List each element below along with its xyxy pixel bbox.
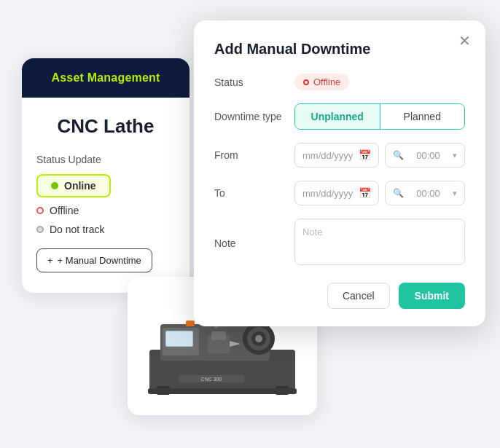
to-label: To [214, 187, 294, 199]
to-date-input[interactable]: mm/dd/yyyy 📅 [294, 181, 379, 205]
calendar-icon: 📅 [359, 149, 371, 161]
status-field-label: Status [214, 76, 294, 88]
status-badge-text: Offline [313, 76, 340, 87]
calendar-icon-to: 📅 [359, 187, 371, 199]
modal-actions: Cancel Submit [214, 283, 465, 309]
cancel-button[interactable]: Cancel [327, 283, 390, 309]
search-icon: 🔍 [393, 150, 404, 160]
to-field: mm/dd/yyyy 📅 🔍 00:00 ▾ [294, 181, 465, 205]
modal-overlay: Add Manual Downtime ✕ Status Offline Dow… [0, 0, 500, 448]
from-label: From [214, 149, 294, 161]
status-field: Offline [294, 74, 465, 90]
downtime-type-label: Downtime type [214, 111, 294, 122]
modal-title: Add Manual Downtime [214, 41, 465, 58]
search-icon-to: 🔍 [393, 188, 404, 198]
add-manual-downtime-modal: Add Manual Downtime ✕ Status Offline Dow… [194, 20, 485, 326]
from-date-placeholder: mm/dd/yyyy [302, 150, 353, 161]
note-label: Note [214, 237, 294, 249]
from-time-input[interactable]: 🔍 00:00 ▾ [385, 143, 465, 168]
downtime-type-field: Unplanned Planned [294, 103, 465, 130]
to-time-placeholder: 00:00 [416, 188, 440, 199]
downtime-type-toggle: Unplanned Planned [294, 103, 465, 130]
note-field [294, 219, 465, 268]
note-row: Note [214, 219, 465, 268]
toggle-planned-button[interactable]: Planned [380, 104, 465, 129]
toggle-unplanned-button[interactable]: Unplanned [295, 104, 380, 129]
caret-down-icon: ▾ [453, 151, 457, 160]
to-row: To mm/dd/yyyy 📅 🔍 00:00 ▾ [214, 181, 465, 205]
from-time-placeholder: 00:00 [416, 150, 440, 161]
status-row: Status Offline [214, 74, 465, 90]
caret-down-icon-to: ▾ [453, 189, 457, 198]
to-time-input[interactable]: 🔍 00:00 ▾ [385, 181, 465, 205]
status-badge: Offline [294, 74, 349, 90]
submit-button[interactable]: Submit [399, 283, 465, 309]
to-date-placeholder: mm/dd/yyyy [302, 188, 353, 199]
note-textarea[interactable] [294, 219, 465, 265]
from-date-input[interactable]: mm/dd/yyyy 📅 [294, 143, 379, 168]
modal-close-button[interactable]: ✕ [458, 34, 471, 48]
from-row: From mm/dd/yyyy 📅 🔍 00:00 ▾ [214, 143, 465, 168]
from-field: mm/dd/yyyy 📅 🔍 00:00 ▾ [294, 143, 465, 168]
downtime-type-row: Downtime type Unplanned Planned [214, 103, 465, 130]
offline-badge-dot-icon [303, 79, 309, 85]
